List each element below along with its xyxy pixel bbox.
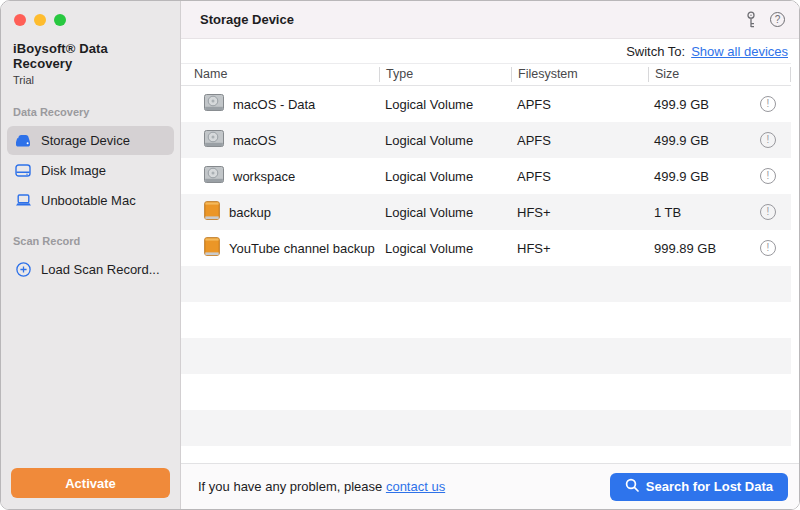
- volume-name: macOS: [233, 133, 276, 148]
- internal-drive-icon: [204, 166, 224, 186]
- app-title: iBoysoft® Data Recovery: [13, 41, 168, 71]
- volume-size: 499.9 GB: [648, 133, 745, 148]
- section-label-scan-record: Scan Record: [13, 235, 168, 247]
- volume-size: 1 TB: [648, 205, 745, 220]
- external-drive-icon: [204, 237, 220, 259]
- license-key-icon[interactable]: [745, 11, 757, 29]
- info-icon[interactable]: !: [760, 96, 776, 112]
- show-all-devices-link[interactable]: Show all devices: [691, 44, 788, 59]
- volume-name: macOS - Data: [233, 97, 315, 112]
- contact-us-link[interactable]: contact us: [386, 479, 445, 494]
- internal-drive-icon: [204, 94, 224, 114]
- internal-drive-icon: [204, 130, 224, 150]
- titlebar-actions: ?: [745, 11, 785, 29]
- minimize-window-button[interactable]: [34, 14, 46, 26]
- titlebar: Storage Device ?: [181, 1, 799, 39]
- add-circle-icon: [14, 262, 32, 277]
- empty-row: [181, 302, 791, 338]
- table-row[interactable]: macOS Logical Volume APFS 499.9 GB !: [181, 122, 791, 158]
- page-title: Storage Device: [200, 12, 294, 27]
- section-label-data-recovery: Data Recovery: [13, 106, 168, 118]
- info-icon[interactable]: !: [760, 168, 776, 184]
- volume-type: Logical Volume: [379, 97, 511, 112]
- disk-image-icon: [14, 164, 32, 177]
- column-header-filesystem[interactable]: Filesystem: [511, 67, 648, 82]
- column-header-name[interactable]: Name: [181, 67, 379, 82]
- volume-filesystem: APFS: [511, 169, 648, 184]
- info-icon[interactable]: !: [760, 132, 776, 148]
- volume-name: workspace: [233, 169, 295, 184]
- license-status: Trial: [13, 74, 168, 86]
- switch-row: Switch To: Show all devices: [181, 39, 799, 63]
- volume-size: 999.89 GB: [648, 241, 745, 256]
- volume-table: macOS - Data Logical Volume APFS 499.9 G…: [181, 86, 799, 463]
- search-button-label: Search for Lost Data: [646, 479, 773, 494]
- sidebar-item-unbootable-mac[interactable]: Unbootable Mac: [7, 186, 174, 215]
- sidebar-nav: Storage Device Disk Image Unbootable Mac: [1, 126, 180, 215]
- sidebar-nav-scan: Load Scan Record...: [1, 255, 180, 284]
- help-text-prefix: If you have any problem, please: [198, 479, 382, 494]
- help-icon[interactable]: ?: [770, 12, 785, 27]
- external-drive-icon: [204, 201, 220, 223]
- column-header-type[interactable]: Type: [379, 67, 511, 82]
- sidebar-item-label: Disk Image: [41, 163, 106, 178]
- zoom-window-button[interactable]: [54, 14, 66, 26]
- sidebar-item-label: Load Scan Record...: [41, 262, 160, 277]
- table-row[interactable]: YouTube channel backup Logical Volume HF…: [181, 230, 791, 266]
- column-header-size[interactable]: Size: [648, 67, 791, 82]
- empty-row: [181, 338, 791, 374]
- switch-to-label: Switch To:: [626, 44, 685, 59]
- storage-device-icon: [14, 134, 32, 147]
- sidebar: iBoysoft® Data Recovery Trial Data Recov…: [1, 1, 181, 509]
- app-window: iBoysoft® Data Recovery Trial Data Recov…: [0, 0, 800, 510]
- help-text: If you have any problem, please contact …: [198, 479, 445, 494]
- volume-size: 499.9 GB: [648, 97, 745, 112]
- sidebar-item-disk-image[interactable]: Disk Image: [7, 156, 174, 185]
- volume-name: YouTube channel backup: [229, 241, 375, 256]
- table-header: Name Type Filesystem Size: [181, 63, 791, 86]
- volume-filesystem: HFS+: [511, 205, 648, 220]
- table-row[interactable]: workspace Logical Volume APFS 499.9 GB !: [181, 158, 791, 194]
- volume-type: Logical Volume: [379, 169, 511, 184]
- search-for-lost-data-button[interactable]: Search for Lost Data: [610, 473, 788, 501]
- volume-filesystem: APFS: [511, 97, 648, 112]
- activate-button[interactable]: Activate: [11, 468, 170, 498]
- sidebar-item-storage-device[interactable]: Storage Device: [7, 126, 174, 155]
- footer-bar: If you have any problem, please contact …: [181, 463, 799, 509]
- volume-filesystem: HFS+: [511, 241, 648, 256]
- sidebar-item-label: Storage Device: [41, 133, 130, 148]
- main-panel: Storage Device ? Switch To: Show all dev…: [181, 1, 799, 509]
- volume-type: Logical Volume: [379, 241, 511, 256]
- close-window-button[interactable]: [14, 14, 26, 26]
- traffic-lights: [1, 1, 180, 26]
- volume-size: 499.9 GB: [648, 169, 745, 184]
- unbootable-mac-icon: [14, 194, 32, 207]
- volume-type: Logical Volume: [379, 133, 511, 148]
- empty-row: [181, 410, 791, 446]
- volume-name: backup: [229, 205, 271, 220]
- search-icon: [625, 478, 639, 495]
- empty-row: [181, 266, 791, 302]
- volume-type: Logical Volume: [379, 205, 511, 220]
- table-row[interactable]: macOS - Data Logical Volume APFS 499.9 G…: [181, 86, 791, 122]
- info-icon[interactable]: !: [760, 204, 776, 220]
- info-icon[interactable]: !: [760, 240, 776, 256]
- empty-row: [181, 374, 791, 410]
- sidebar-item-load-scan-record[interactable]: Load Scan Record...: [7, 255, 174, 284]
- table-row[interactable]: backup Logical Volume HFS+ 1 TB !: [181, 194, 791, 230]
- volume-filesystem: APFS: [511, 133, 648, 148]
- sidebar-item-label: Unbootable Mac: [41, 193, 136, 208]
